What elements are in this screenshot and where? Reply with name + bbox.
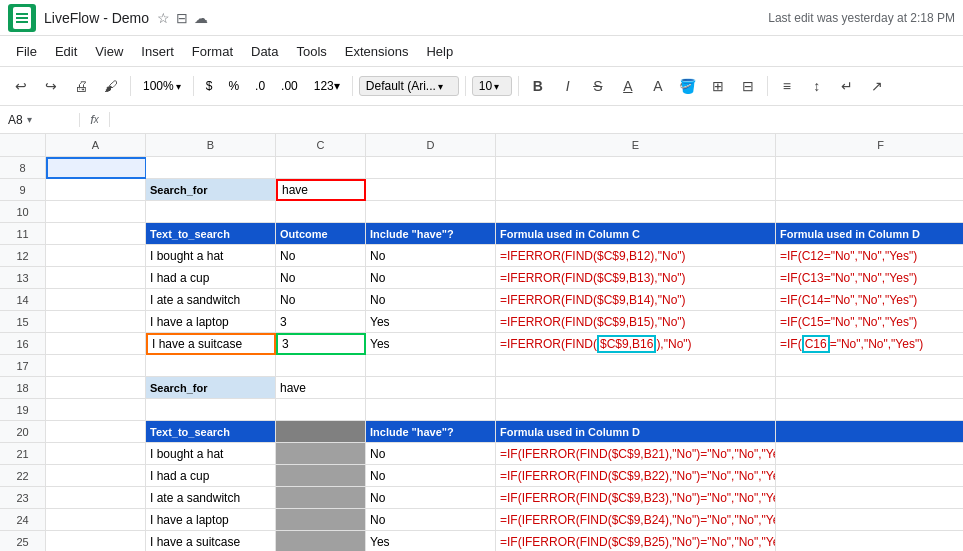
cell-d14[interactable]: No — [366, 289, 496, 311]
row-num-16[interactable]: 16 — [0, 333, 45, 355]
cell-c8[interactable] — [276, 157, 366, 179]
percent-button[interactable]: % — [222, 77, 245, 95]
col-header-d[interactable]: D — [366, 134, 496, 156]
cell-f14[interactable]: =IF(C14="No","No","Yes") — [776, 289, 963, 311]
cell-c18-value[interactable]: have — [276, 377, 366, 399]
cell-c13[interactable]: No — [276, 267, 366, 289]
cell-d11-header[interactable]: Include "have"? — [366, 223, 496, 245]
cell-a25[interactable] — [46, 531, 146, 551]
currency-button[interactable]: $ — [200, 77, 219, 95]
row-num-22[interactable]: 22 — [0, 465, 45, 487]
cell-e13[interactable]: =IFERROR(FIND($C$9,B13),"No") — [496, 267, 776, 289]
cell-b9-searchfor[interactable]: Search_for — [146, 179, 276, 201]
rotate-button[interactable]: ↗ — [864, 73, 890, 99]
font-size-selector[interactable]: 10 ▾ — [472, 76, 512, 96]
cell-c25[interactable] — [276, 531, 366, 551]
cell-e8[interactable] — [496, 157, 776, 179]
cell-c11-header[interactable]: Outcome — [276, 223, 366, 245]
cell-d21[interactable]: No — [366, 443, 496, 465]
col-header-c[interactable]: C — [276, 134, 366, 156]
menu-file[interactable]: File — [8, 40, 45, 63]
star-icon[interactable]: ☆ — [157, 10, 170, 26]
cell-a24[interactable] — [46, 509, 146, 531]
cell-a13[interactable] — [46, 267, 146, 289]
strikethrough-button[interactable]: S — [585, 73, 611, 99]
menu-help[interactable]: Help — [418, 40, 461, 63]
cell-c19[interactable] — [276, 399, 366, 421]
menu-insert[interactable]: Insert — [133, 40, 182, 63]
cell-d12[interactable]: No — [366, 245, 496, 267]
menu-format[interactable]: Format — [184, 40, 241, 63]
text-color-button[interactable]: A — [645, 73, 671, 99]
formula-input[interactable] — [110, 113, 963, 127]
underline-button[interactable]: A — [615, 73, 641, 99]
col-header-f[interactable]: F — [776, 134, 963, 156]
cell-b18-searchfor[interactable]: Search_for — [146, 377, 276, 399]
cell-c9-value[interactable]: have — [276, 179, 366, 201]
cell-b13[interactable]: I had a cup — [146, 267, 276, 289]
cell-a16[interactable] — [46, 333, 146, 355]
cell-e12[interactable]: =IFERROR(FIND($C$9,B12),"No") — [496, 245, 776, 267]
cell-b19[interactable] — [146, 399, 276, 421]
cell-f10[interactable] — [776, 201, 963, 223]
cell-f18[interactable] — [776, 377, 963, 399]
cell-b20-header[interactable]: Text_to_search — [146, 421, 276, 443]
cell-d17[interactable] — [366, 355, 496, 377]
cell-f20[interactable] — [776, 421, 963, 443]
cell-f16[interactable]: =IF(C16="No","No","Yes") — [776, 333, 963, 355]
cell-a12[interactable] — [46, 245, 146, 267]
cell-e20-header[interactable]: Formula used in Column D — [496, 421, 776, 443]
cell-f23[interactable] — [776, 487, 963, 509]
cell-e15[interactable]: =IFERROR(FIND($C$9,B15),"No") — [496, 311, 776, 333]
cell-d16[interactable]: Yes — [366, 333, 496, 355]
cell-b16[interactable]: I have a suitcase — [146, 333, 276, 355]
cell-a18[interactable] — [46, 377, 146, 399]
cell-c16[interactable]: 3 — [276, 333, 366, 355]
cell-d10[interactable] — [366, 201, 496, 223]
zoom-selector[interactable]: 100% ▾ — [137, 77, 187, 95]
cell-a11[interactable] — [46, 223, 146, 245]
cell-d24[interactable]: No — [366, 509, 496, 531]
cell-a14[interactable] — [46, 289, 146, 311]
cell-d13[interactable]: No — [366, 267, 496, 289]
cell-d22[interactable]: No — [366, 465, 496, 487]
cell-e17[interactable] — [496, 355, 776, 377]
decimal-dec-button[interactable]: .0 — [249, 77, 271, 95]
row-num-17[interactable]: 17 — [0, 355, 45, 377]
cell-a9[interactable] — [46, 179, 146, 201]
cell-a22[interactable] — [46, 465, 146, 487]
cell-d18[interactable] — [366, 377, 496, 399]
cell-e14[interactable]: =IFERROR(FIND($C$9,B14),"No") — [496, 289, 776, 311]
row-num-25[interactable]: 25 — [0, 531, 45, 551]
row-num-23[interactable]: 23 — [0, 487, 45, 509]
row-num-20[interactable]: 20 — [0, 421, 45, 443]
cell-c24[interactable] — [276, 509, 366, 531]
redo-button[interactable]: ↪ — [38, 73, 64, 99]
cell-b15[interactable]: I have a laptop — [146, 311, 276, 333]
cell-d25[interactable]: Yes — [366, 531, 496, 551]
cell-f25[interactable] — [776, 531, 963, 551]
cell-b14[interactable]: I ate a sandwitch — [146, 289, 276, 311]
cell-f19[interactable] — [776, 399, 963, 421]
folder-icon[interactable]: ⊟ — [176, 10, 188, 26]
paint-format-button[interactable]: 🖌 — [98, 73, 124, 99]
cell-c20-header[interactable] — [276, 421, 366, 443]
cell-e25[interactable]: =IF(IFERROR(FIND($C$9,B25),"No")="No","N… — [496, 531, 776, 551]
cell-a21[interactable] — [46, 443, 146, 465]
row-num-11[interactable]: 11 — [0, 223, 45, 245]
row-num-10[interactable]: 10 — [0, 201, 45, 223]
merge-button[interactable]: ⊟ — [735, 73, 761, 99]
cell-a8[interactable] — [46, 157, 146, 179]
menu-edit[interactable]: Edit — [47, 40, 85, 63]
cell-a15[interactable] — [46, 311, 146, 333]
cell-reference[interactable]: A8 ▾ — [0, 113, 80, 127]
cell-e11-header[interactable]: Formula used in Column C — [496, 223, 776, 245]
row-num-19[interactable]: 19 — [0, 399, 45, 421]
col-header-b[interactable]: B — [146, 134, 276, 156]
cell-c10[interactable] — [276, 201, 366, 223]
valign-button[interactable]: ↕ — [804, 73, 830, 99]
cell-b22[interactable]: I had a cup — [146, 465, 276, 487]
cell-c15[interactable]: 3 — [276, 311, 366, 333]
cell-e16[interactable]: =IFERROR(FIND($C$9,B16),"No") — [496, 333, 776, 355]
wrap-button[interactable]: ↵ — [834, 73, 860, 99]
